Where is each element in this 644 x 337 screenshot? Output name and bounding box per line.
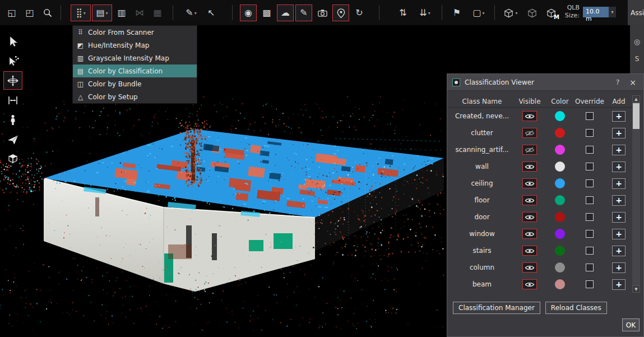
override-checkbox[interactable] [586,179,594,187]
classification-viewer-titlebar[interactable]: Classification Viewer ? × [447,74,643,91]
assistant-strip-label[interactable]: S [635,55,640,63]
class-color-swatch[interactable] [555,145,565,155]
visibility-toggle[interactable] [522,195,537,205]
visibility-toggle[interactable] [522,161,537,172]
checkerboard-target-button[interactable]: ▩ [258,4,275,21]
class-color-swatch[interactable] [555,111,565,121]
menu-item-color-from-scanner[interactable]: ⠿Color From Scanner [73,26,197,39]
add-class-button[interactable]: + [612,279,626,290]
pick-point-button[interactable]: ↖ [203,4,220,21]
override-checkbox[interactable] [586,196,594,204]
menu-item-grayscale-intensity-map[interactable]: ▥Grayscale Intensity Map [73,52,197,64]
zoom-area-button[interactable] [39,4,56,21]
visibility-toggle[interactable] [522,279,537,289]
add-class-button[interactable]: + [612,262,626,273]
measure-button[interactable]: ✎▾ [180,4,202,21]
center-view-button[interactable] [3,91,22,109]
class-color-swatch[interactable] [555,279,565,289]
class-color-swatch[interactable] [555,178,565,188]
clipping-box-button[interactable] [3,150,22,168]
class-color-swatch[interactable] [555,128,565,138]
view-cube-alt-button[interactable] [523,4,540,21]
scroll-down-icon[interactable]: ▼ [632,285,640,293]
assistant-panel-header[interactable]: Assis [628,0,644,25]
override-checkbox[interactable] [586,112,594,120]
menu-item-hue-intensity-map[interactable]: ◩Hue/Intensity Map [73,39,197,52]
surveyor-button[interactable]: ⚑ [448,4,465,21]
duplicate-view-button[interactable]: ◰ [21,4,38,21]
override-checkbox[interactable] [586,163,594,170]
class-color-swatch[interactable] [555,212,565,222]
class-table: Created, neve... + clutter + scanning_ar… [447,108,637,293]
stereo-view-button[interactable]: ⋈ [131,4,148,21]
import-scan-button[interactable]: ◱ [3,4,20,21]
visibility-toggle[interactable] [522,178,537,188]
override-checkbox[interactable] [586,247,594,255]
override-checkbox[interactable] [586,264,594,271]
override-checkbox[interactable] [586,230,594,238]
scrollbar-thumb[interactable] [633,103,640,129]
cloud-icon: ☁ [281,8,290,17]
annotation-pen-button[interactable]: ✎ [295,4,312,21]
classification-manager-button[interactable]: Classification Manager [453,302,540,314]
table-scrollbar[interactable]: ▲ ▼ [632,95,640,293]
visibility-toggle[interactable] [522,212,537,222]
add-class-button[interactable]: + [612,178,626,189]
model-label: M [554,14,559,20]
apply-updates-button[interactable]: ⇊▾ [415,4,435,21]
add-class-button[interactable]: + [612,246,626,256]
assistant-strip-icon[interactable]: ◎ [634,38,640,46]
color-from-scanner-button[interactable]: ⣿▾ [71,4,91,21]
scroll-up-icon[interactable]: ▲ [632,95,640,103]
class-color-swatch[interactable] [555,195,565,205]
class-color-swatch[interactable] [555,262,565,273]
visibility-toggle[interactable] [522,246,537,256]
location-pin-button[interactable] [332,4,349,21]
view-cube-button[interactable]: ▾ [500,4,521,21]
override-checkbox[interactable] [586,213,594,221]
add-class-button[interactable]: + [612,161,626,172]
selection-box-button[interactable]: ▢▾ [469,4,489,21]
select-cursor-button[interactable] [3,32,22,50]
add-class-button[interactable]: + [612,128,626,139]
visibility-toggle[interactable] [522,229,537,239]
grayscale-intensity-button[interactable]: ▥ [113,4,130,21]
view-cube-model-button[interactable]: M [541,4,560,21]
class-color-swatch[interactable] [555,161,565,172]
fly-mode-button[interactable] [3,130,22,149]
close-icon[interactable]: × [627,78,638,87]
qlb-size-label: QLBSize: [560,4,580,20]
class-name: Created, neve... [451,112,513,120]
menu-item-color-by-bundle[interactable]: ◫Color by Bundle [73,77,197,90]
add-class-button[interactable]: + [612,229,626,239]
sphere-target-button[interactable]: ◉ [240,4,257,21]
menu-item-color-by-setup[interactable]: △Color by Setup [73,90,197,103]
class-color-swatch[interactable] [555,229,565,239]
menu-item-color-by-classification[interactable]: ▤Color by Classification [73,64,197,77]
visibility-toggle[interactable] [522,111,537,121]
freehand-rotate-button[interactable]: ↻ [351,4,368,21]
add-class-button[interactable]: + [612,111,626,122]
class-color-swatch[interactable] [555,246,565,256]
reload-classes-button[interactable]: Reload Classes [545,302,607,314]
visibility-toggle[interactable] [522,262,537,273]
camera-button[interactable] [314,4,331,21]
ok-button[interactable]: OK [622,318,640,331]
add-class-button[interactable]: + [612,145,626,155]
override-checkbox[interactable] [586,146,594,154]
override-checkbox[interactable] [586,129,594,137]
color-mode-button[interactable]: ▤▾ [92,4,112,21]
help-button[interactable]: ? [613,79,623,86]
visibility-toggle[interactable] [522,128,537,138]
cloud-feature-button[interactable]: ☁ [277,4,294,21]
walk-mode-button[interactable] [3,110,22,129]
qlb-size-select[interactable]: 10.0 m ▾ [583,7,616,17]
smart-select-button[interactable] [3,52,22,70]
visibility-toggle[interactable] [522,145,537,155]
add-class-button[interactable]: + [612,195,626,206]
add-class-button[interactable]: + [612,212,626,223]
align-points-button[interactable]: ⇅ [395,4,411,21]
override-checkbox[interactable] [586,280,594,288]
pano-image-button[interactable]: ▦ [149,4,166,21]
orbit-tool-button[interactable] [3,71,22,90]
